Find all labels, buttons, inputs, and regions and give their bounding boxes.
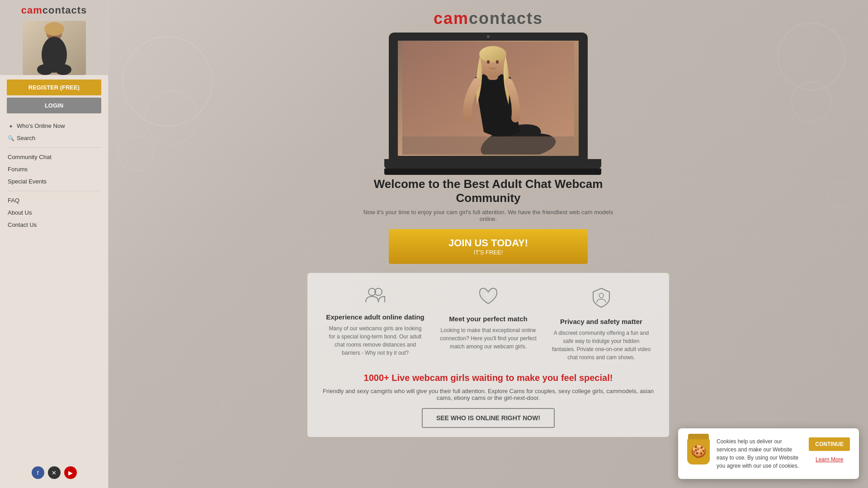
feature-adult-dating-title: Experience adult online dating: [326, 313, 425, 321]
laptop-screen-outer: [389, 33, 588, 164]
deco-circle-4: [778, 23, 845, 90]
laptop-hero: [384, 33, 592, 177]
sidebar-item-forums[interactable]: Forums: [7, 164, 101, 175]
feature-adult-dating: Experience adult online dating Many of o…: [326, 286, 425, 361]
sidebar-nav-divider-1: [7, 147, 101, 148]
svg-point-14: [496, 60, 499, 64]
facebook-icon[interactable]: f: [32, 466, 44, 479]
sidebar-item-contact-us[interactable]: Contact Us: [7, 219, 101, 230]
svg-point-4: [37, 64, 53, 75]
sidebar-item-forums-label: Forums: [8, 166, 28, 173]
sidebar-nav: ● Who's Online Now 🔍 Search Community Ch…: [0, 116, 108, 235]
sidebar-item-whos-online-label: Who's Online Now: [17, 122, 65, 129]
header-logo: camcontacts: [434, 9, 543, 28]
laptop-camera: [487, 35, 490, 38]
sidebar-item-whos-online[interactable]: ● Who's Online Now: [7, 120, 101, 131]
laptop-base: [384, 159, 601, 169]
sidebar-buttons: REGISTER (FREE) LOGIN: [0, 75, 108, 116]
sidebar-item-about-us[interactable]: About Us: [7, 207, 101, 218]
cookie-buttons: CONTINUE Learn More: [809, 437, 850, 465]
deco-circle-3: [118, 136, 154, 172]
main-content: camcontacts: [108, 0, 868, 488]
feature-privacy: Privacy and safety matter A discreet com…: [552, 286, 651, 361]
sidebar-item-contact-us-label: Contact Us: [8, 221, 37, 228]
sidebar-item-community-chat-label: Community Chat: [8, 154, 52, 160]
svg-point-5: [55, 64, 71, 75]
sidebar-social: f ✕ ▶: [27, 462, 81, 483]
heart-svg-icon: [477, 286, 500, 306]
sidebar-logo-area: camcontacts: [0, 0, 108, 75]
deco-circle-5: [791, 81, 832, 122]
feature-perfect-match-desc: Looking to make that exceptional online …: [439, 326, 538, 351]
deco-circle-1: [122, 36, 212, 127]
logo-cam: cam: [21, 5, 42, 16]
sidebar-item-search[interactable]: 🔍 Search: [7, 132, 101, 144]
feature-privacy-desc: A discreet community offering a fun and …: [552, 329, 651, 361]
live-girls-title: 1000+ Live webcam girls waiting to make …: [316, 373, 660, 383]
laptop-foot: [384, 169, 601, 175]
sidebar: camcontacts: [0, 0, 108, 488]
join-button[interactable]: JOIN US TODAY! IT'S FREE!: [389, 229, 588, 264]
feature-perfect-match: Meet your perfect match Looking to make …: [439, 286, 538, 361]
deco-circle-6: [827, 181, 854, 208]
svg-rect-15: [402, 136, 574, 155]
deco-circle-2: [145, 90, 199, 145]
people-icon: [326, 286, 425, 309]
sidebar-item-community-chat[interactable]: Community Chat: [7, 151, 101, 163]
feature-perfect-match-title: Meet your perfect match: [439, 315, 538, 323]
join-button-sub-label: IT'S FREE!: [425, 249, 552, 256]
sidebar-item-faq[interactable]: FAQ: [7, 195, 101, 206]
search-icon: 🔍: [8, 135, 14, 141]
welcome-title: Welcome to the Best Adult Chat Webcam Co…: [362, 177, 615, 205]
feature-privacy-title: Privacy and safety matter: [552, 318, 651, 325]
welcome-section: Welcome to the Best Adult Chat Webcam Co…: [353, 177, 624, 264]
svg-point-13: [487, 60, 490, 64]
features-grid: Experience adult online dating Many of o…: [316, 286, 660, 361]
login-button[interactable]: LOGIN: [7, 98, 101, 113]
shield-svg-icon: [591, 286, 611, 309]
logo-contacts: contacts: [42, 5, 87, 16]
sidebar-hero-image: [23, 21, 86, 75]
circle-dot-icon: ●: [8, 123, 14, 129]
sidebar-item-special-events[interactable]: Special Events: [7, 176, 101, 187]
sidebar-item-faq-label: FAQ: [8, 197, 19, 204]
laptop-screen-display: [398, 41, 579, 156]
cookie-text: Cookies help us deliver our services and…: [717, 437, 802, 470]
header-logo-cam: cam: [434, 9, 469, 28]
twitter-icon[interactable]: ✕: [48, 466, 61, 479]
svg-point-2: [44, 22, 64, 36]
cookie-banner: 🍪 Cookies help us deliver our services a…: [678, 428, 859, 479]
sidebar-nav-divider-2: [7, 191, 101, 191]
features-section: Experience adult online dating Many of o…: [307, 273, 669, 437]
sidebar-item-special-events-label: Special Events: [8, 178, 47, 185]
welcome-subtitle: Now it's your time to enjoy your cam gir…: [362, 209, 615, 222]
cookie-jar-lid: [688, 434, 709, 439]
cookie-continue-button[interactable]: CONTINUE: [809, 437, 850, 451]
join-button-label: JOIN US TODAY!: [448, 237, 528, 249]
cookie-jar-icon: 🍪: [687, 437, 710, 465]
sidebar-logo: camcontacts: [21, 5, 87, 16]
register-button[interactable]: REGISTER (FREE): [7, 80, 101, 95]
feature-adult-dating-desc: Many of our webcams girls are looking fo…: [326, 324, 425, 357]
cookie-learn-more-button[interactable]: Learn More: [809, 455, 850, 465]
people-svg-icon: [364, 286, 387, 305]
youtube-icon[interactable]: ▶: [64, 466, 77, 479]
laptop-model-image: [402, 42, 574, 155]
header-logo-contacts: contacts: [469, 9, 543, 28]
shield-icon: [552, 286, 651, 313]
svg-point-18: [599, 293, 604, 298]
sidebar-item-search-label: Search: [17, 135, 35, 141]
svg-point-12: [479, 46, 506, 62]
sidebar-item-about-us-label: About Us: [8, 209, 32, 216]
hero-silhouette: [23, 21, 86, 75]
heart-icon: [439, 286, 538, 310]
live-girls-desc: Friendly and sexy camgirls who will give…: [316, 388, 660, 401]
see-who-online-button[interactable]: SEE WHO IS ONLINE RIGHT NOW!: [422, 408, 555, 428]
